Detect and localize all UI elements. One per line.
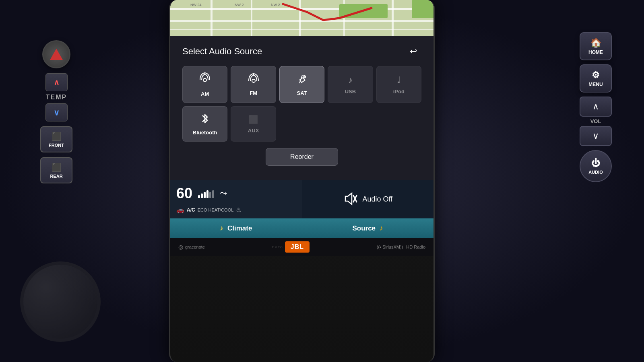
fan-bar-2 [201, 193, 203, 198]
source-grid-row1: AM FM [182, 66, 421, 103]
hazard-button[interactable]: ! [42, 40, 70, 68]
source-usb-button[interactable]: ♪ USB [328, 66, 373, 103]
svg-rect-2 [170, 20, 433, 22]
fan-bar-3 [204, 192, 206, 198]
rear-defrost-icon: ⬛ [52, 162, 62, 172]
fan-speed-display [198, 189, 214, 198]
svg-rect-0 [170, 0, 433, 36]
temp-down-button[interactable]: ∨ [45, 103, 68, 121]
ipod-label: iPod [393, 88, 405, 95]
bluetooth-icon [199, 112, 211, 126]
map-area: NW 24 NW 2 NW 2 [170, 0, 433, 36]
svg-rect-8 [392, 0, 394, 36]
steering-wheel [20, 261, 101, 342]
svg-rect-3 [170, 29, 433, 30]
svg-text:NW 2: NW 2 [235, 3, 244, 7]
fan-bar-1 [198, 195, 200, 198]
home-button[interactable]: 🏠 HOME [580, 32, 612, 60]
source-tab-label: Source [352, 224, 376, 232]
menu-icon: ⚙ [592, 70, 600, 80]
eco-label: ECO HEAT/COOL [198, 208, 234, 212]
temp-label: TEMP [46, 94, 67, 101]
audio-source-panel: Select Audio Source ↩ AM [170, 36, 433, 180]
svg-rect-5 [251, 0, 252, 36]
reorder-section: Reorder [182, 148, 421, 166]
audio-power-button[interactable]: ⏻ AUDIO [580, 150, 612, 182]
svg-text:NW 24: NW 24 [190, 3, 202, 7]
back-button[interactable]: ↩ [405, 44, 421, 59]
map-svg: NW 24 NW 2 NW 2 [170, 0, 433, 36]
left-controls-panel: ! ∧ TEMP ∨ ⬛ FRONT ⬛ REAR [40, 40, 72, 183]
aux-icon: ⬜ [248, 115, 258, 124]
source-ipod-button[interactable]: ♩ iPod [376, 66, 421, 103]
branding-center: E7058 JBL [272, 241, 310, 253]
jbl-logo: JBL [285, 241, 310, 253]
am-label: AM [201, 91, 209, 97]
mute-icon [343, 191, 357, 208]
car-icon: 🚗 [176, 206, 184, 214]
audio-off-display: Audio Off [343, 191, 392, 208]
audio-off-text: Audio Off [362, 195, 392, 204]
right-controls-panel: 🏠 HOME ⚙ MENU ∧ VOL ∨ ⏻ AUDIO [580, 32, 612, 182]
source-fm-button[interactable]: FM [231, 66, 276, 103]
vol-up-button[interactable]: ∧ [580, 97, 612, 117]
source-sat-button[interactable]: SAT [279, 66, 324, 103]
power-icon: ⏻ [591, 158, 600, 169]
climate-tab-label: Climate [227, 224, 252, 232]
source-aux-button[interactable]: ⬜ AUX [231, 106, 276, 142]
vol-down-button[interactable]: ∨ [580, 126, 612, 146]
svg-rect-4 [211, 0, 213, 36]
rear-defrost-button[interactable]: ⬛ REAR [40, 157, 72, 183]
main-screen: NW 24 NW 2 NW 2 Select Audio Source ↩ [169, 0, 435, 362]
svg-text:NW 2: NW 2 [271, 3, 280, 7]
source-bluetooth-button[interactable]: Bluetooth [182, 106, 227, 142]
fm-label: FM [250, 90, 257, 96]
home-icon: 🏠 [590, 38, 601, 48]
temp-up-button[interactable]: ∧ [45, 73, 68, 91]
svg-point-16 [252, 79, 255, 82]
climate-panel: 60 ⤳ 🚗 A/C ECO HEAT/COOL ♨ [170, 180, 302, 218]
vol-label: VOL [590, 118, 601, 124]
source-grid-row2: Bluetooth ⬜ AUX [182, 106, 421, 142]
nav-tabs: ♪ Climate Source ♪ [170, 218, 433, 238]
aux-label: AUX [248, 128, 259, 134]
gracenote-logo: ◎ gracenote [178, 244, 205, 250]
climate-top-row: 60 ⤳ [176, 185, 296, 202]
bottom-panels: 60 ⤳ 🚗 A/C ECO HEAT/COOL ♨ [170, 180, 433, 218]
front-defrost-button[interactable]: ⬛ FRONT [40, 126, 72, 152]
panel-title: Select Audio Source [182, 46, 262, 57]
climate-temperature: 60 [176, 185, 192, 202]
svg-point-14 [203, 78, 206, 82]
menu-button[interactable]: ⚙ MENU [580, 64, 612, 93]
climate-tab-icon: ♪ [220, 224, 223, 232]
usb-icon: ♪ [348, 75, 353, 85]
source-am-button[interactable]: AM [182, 66, 227, 103]
ipod-icon: ♩ [397, 75, 401, 85]
volume-controls: ∧ VOL ∨ [580, 97, 612, 146]
fan-bar-6 [212, 190, 214, 198]
audio-off-panel: Audio Off [302, 180, 434, 218]
front-defrost-icon: ⬛ [52, 132, 62, 141]
sat-label: SAT [297, 90, 307, 96]
bluetooth-label: Bluetooth [193, 130, 217, 136]
branding-bar: ◎ gracenote E7058 JBL ((• SiriusXM)) HD … [170, 238, 433, 256]
sat-icon [295, 73, 308, 87]
usb-label: USB [345, 88, 356, 95]
temp-mode-icon: ♨ [236, 206, 242, 214]
panel-header: Select Audio Source ↩ [182, 44, 421, 59]
temp-controls: ∧ TEMP ∨ [45, 73, 68, 121]
svg-rect-6 [299, 0, 301, 36]
climate-tab[interactable]: ♪ Climate [170, 218, 302, 238]
fan-bar-5 [209, 192, 211, 198]
climate-bottom-row: 🚗 A/C ECO HEAT/COOL ♨ [176, 206, 296, 214]
source-tab-icon: ♪ [380, 224, 383, 232]
screen-code: E7058 [272, 245, 283, 249]
air-direction-icon: ⤳ [220, 188, 227, 199]
ac-label: A/C [187, 207, 195, 213]
svg-rect-10 [412, 0, 433, 18]
source-tab[interactable]: Source ♪ [302, 218, 434, 238]
am-icon [198, 72, 211, 88]
fm-icon [247, 73, 260, 87]
reorder-button[interactable]: Reorder [266, 148, 338, 166]
siriusxm-logo: ((• SiriusXM)) HD Radio [377, 245, 425, 249]
